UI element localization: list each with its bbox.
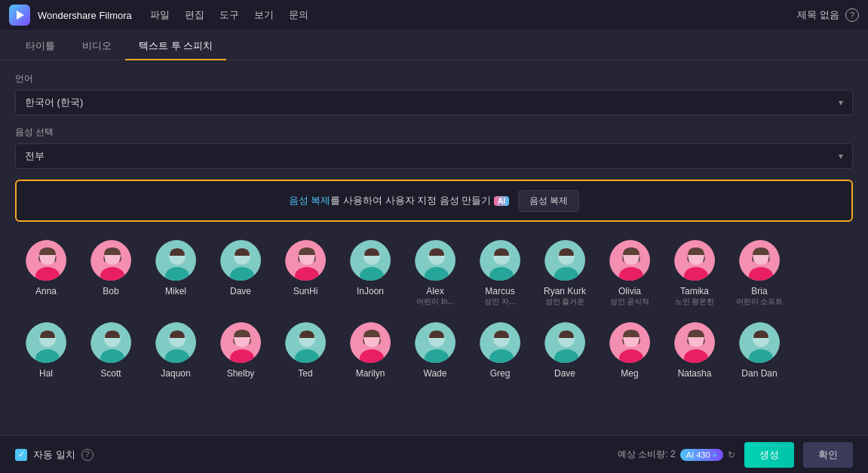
voice-item[interactable]: Scott <box>80 315 142 383</box>
avatar <box>478 321 522 364</box>
voices-row-2: Hal Scott Jaquon Shelby <box>15 315 853 383</box>
voice-name: Shelby <box>227 368 255 379</box>
credit-label: 예상 소비량: 2 <box>618 448 676 461</box>
generate-button[interactable]: 생성 <box>744 442 794 468</box>
voice-sub: 노인 평온한 <box>675 296 715 307</box>
voice-name: Meg <box>621 368 638 379</box>
avatar <box>154 238 198 282</box>
voice-item[interactable]: Greg <box>469 315 531 383</box>
main-content: 언어 한국어 (한국) ▾ 음성 선택 전부 ▾ 음성 복제를 사용하여 사용자… <box>0 60 868 435</box>
tab-tts[interactable]: 텍스트 투 스피치 <box>125 33 226 60</box>
voice-name: Scott <box>100 368 121 379</box>
voice-item[interactable]: Dan Dan <box>728 315 790 383</box>
voice-name: Olivia <box>618 286 641 296</box>
voice-item[interactable]: Bob <box>80 232 142 312</box>
menu-tools[interactable]: 도구 <box>219 8 239 22</box>
voice-name: SunHi <box>293 286 318 296</box>
avatar <box>154 321 198 364</box>
avatar <box>348 321 392 364</box>
voice-item[interactable]: Marilyn <box>339 315 401 383</box>
voice-item[interactable]: Mikel <box>145 232 207 312</box>
voice-name: Alex <box>426 286 443 296</box>
voice-name: Wade <box>424 368 447 379</box>
language-dropdown[interactable]: 한국어 (한국) ▾ <box>15 90 853 115</box>
menu-bar: 파일 편집 도구 보기 문의 <box>150 8 798 22</box>
voice-item[interactable]: InJoon <box>339 232 401 312</box>
menu-edit[interactable]: 편집 <box>185 8 204 22</box>
avatar <box>24 321 68 364</box>
language-dropdown-arrow: ▾ <box>839 97 843 108</box>
avatar <box>284 321 327 364</box>
info-icon[interactable]: ? <box>845 8 859 22</box>
voice-name: Dave <box>230 286 251 296</box>
credit-info: 예상 소비량: 2 AI 430 + ↻ <box>618 448 735 461</box>
voice-name: Tamika <box>680 286 709 296</box>
ai-banner-text: 음성 복제를 사용하여 사용자 지정 음성 만들기 AI <box>289 194 509 207</box>
ai-banner: 음성 복제를 사용하여 사용자 지정 음성 만들기 AI 음성 복제 <box>15 180 853 222</box>
app-logo <box>9 5 30 26</box>
avatar <box>608 321 652 364</box>
auto-match-checkbox[interactable]: ✓ <box>15 449 27 461</box>
avatar <box>89 321 133 364</box>
voice-item[interactable]: Alex 어린이 In... <box>404 232 466 312</box>
avatar <box>413 321 457 364</box>
avatar <box>738 238 781 282</box>
voice-item[interactable]: SunHi <box>275 232 336 312</box>
tab-title[interactable]: 타이틀 <box>12 33 69 60</box>
voice-item[interactable]: Shelby <box>210 315 271 383</box>
voice-dropdown-arrow: ▾ <box>839 151 843 161</box>
tab-video[interactable]: 비디오 <box>69 33 125 60</box>
voice-item[interactable]: Dave <box>534 315 596 383</box>
language-label: 언어 <box>15 72 853 85</box>
confirm-button[interactable]: 확인 <box>803 442 853 468</box>
voice-item[interactable]: Dave <box>210 232 271 312</box>
avatar <box>348 238 392 282</box>
avatar <box>24 238 68 282</box>
voice-name: Hal <box>39 368 53 379</box>
language-selected: 한국어 (한국) <box>25 96 83 109</box>
ai-badge: AI <box>494 196 509 206</box>
voice-item[interactable]: Wade <box>404 315 466 383</box>
voice-name: Ted <box>298 368 312 379</box>
avatar <box>219 238 262 282</box>
voice-item[interactable]: Hal <box>15 315 77 383</box>
auto-match-section: ✓ 자동 일치 ? <box>15 448 94 462</box>
avatar <box>673 238 716 282</box>
voice-sub: 성인 공식적 <box>610 296 650 307</box>
menu-view[interactable]: 보기 <box>254 8 274 22</box>
avatar <box>673 321 716 364</box>
voice-clone-button[interactable]: 음성 복제 <box>518 190 579 212</box>
ai-label: AI <box>686 450 694 459</box>
voice-item[interactable]: Ted <box>275 315 336 383</box>
voice-name: Anna <box>35 286 57 296</box>
ai-credit-badge: AI 430 + <box>680 449 723 461</box>
voice-sub: 성인 즐거운 <box>545 296 585 307</box>
voice-select-label: 음성 선택 <box>15 126 853 139</box>
voice-name: Greg <box>490 368 511 379</box>
voice-item[interactable]: Anna <box>15 232 77 312</box>
window-title: 제목 없음 <box>797 8 839 22</box>
help-icon[interactable]: ? <box>81 449 94 461</box>
menu-help[interactable]: 문의 <box>289 8 308 22</box>
voice-selected: 전부 <box>25 149 44 163</box>
voice-item[interactable]: Meg <box>599 315 661 383</box>
menu-file[interactable]: 파일 <box>150 8 170 22</box>
voices-grid: Anna Bob Mikel Dave <box>15 232 853 398</box>
voice-name: Dave <box>554 368 575 379</box>
refresh-icon[interactable]: ↻ <box>728 450 735 460</box>
voices-row-1: Anna Bob Mikel Dave <box>15 232 853 312</box>
voice-dropdown[interactable]: 전부 ▾ <box>15 143 853 169</box>
voice-item[interactable]: Olivia 성인 공식적 <box>599 232 661 312</box>
plus-icon[interactable]: + <box>713 450 717 459</box>
avatar <box>543 238 587 282</box>
voice-item[interactable]: Tamika 노인 평온한 <box>664 232 725 312</box>
voice-item[interactable]: Jaquon <box>145 315 207 383</box>
voice-item[interactable]: Natasha <box>664 315 725 383</box>
voice-item[interactable]: Bria 어린이 소프트 <box>728 232 790 312</box>
avatar <box>738 321 781 364</box>
bottom-right: 예상 소비량: 2 AI 430 + ↻ 생성 확인 <box>618 442 853 468</box>
voice-item[interactable]: Marcus 성인 자... <box>469 232 531 312</box>
voice-item[interactable]: Ryan Kurk 성인 즐거운 <box>534 232 596 312</box>
avatar <box>413 238 457 282</box>
voice-name: Bob <box>103 286 118 296</box>
